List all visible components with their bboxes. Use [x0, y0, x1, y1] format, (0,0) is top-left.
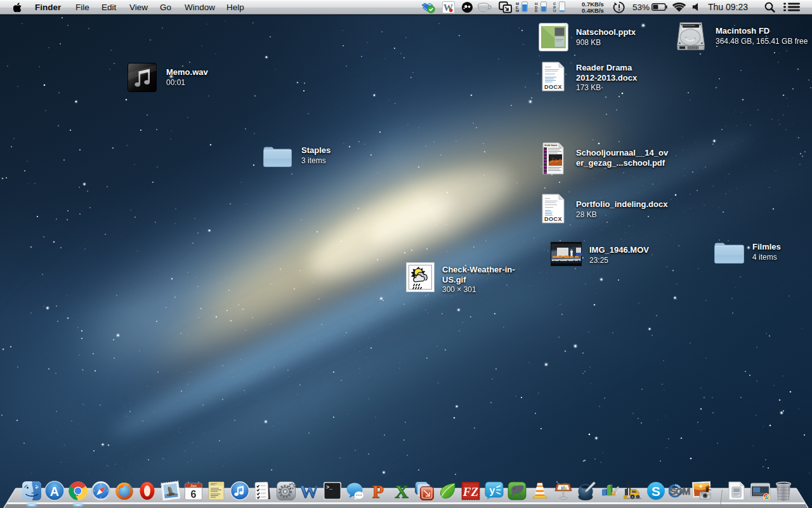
svg-text:M: M: [516, 8, 519, 13]
svg-text:FZ: FZ: [462, 485, 479, 498]
svg-text:SOM: SOM: [670, 486, 690, 497]
svg-text:DOCX: DOCX: [544, 216, 562, 222]
svg-text:6: 6: [191, 489, 197, 500]
svg-text:U: U: [553, 8, 556, 13]
svg-text:D: D: [535, 8, 538, 13]
svg-text:P: P: [372, 481, 384, 501]
svg-text:3nde kwst: 3nde kwst: [544, 144, 558, 147]
svg-text:W: W: [299, 481, 318, 501]
svg-text:A: A: [50, 485, 59, 498]
svg-text:y: y: [490, 485, 495, 496]
svg-text:S: S: [652, 484, 660, 498]
svg-text:DOCX: DOCX: [544, 84, 562, 90]
svg-text:>_: >_: [326, 485, 333, 491]
svg-text:X: X: [395, 481, 409, 501]
svg-text:Jun: Jun: [190, 484, 197, 488]
